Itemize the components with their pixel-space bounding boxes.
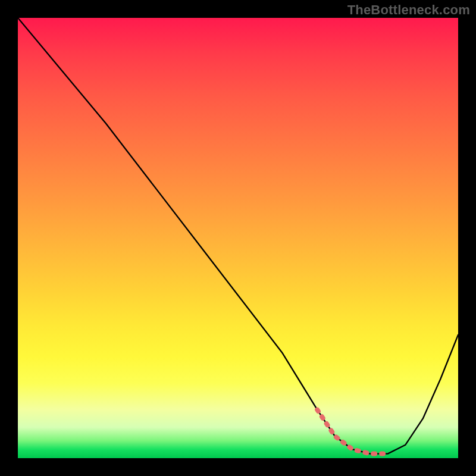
attribution-text: TheBottleneck.com (347, 2, 470, 18)
chart-svg (18, 18, 458, 458)
highlight-segment (317, 410, 387, 454)
plot-area (18, 18, 458, 458)
curve-line (18, 18, 458, 454)
chart-frame: TheBottleneck.com (0, 0, 476, 476)
